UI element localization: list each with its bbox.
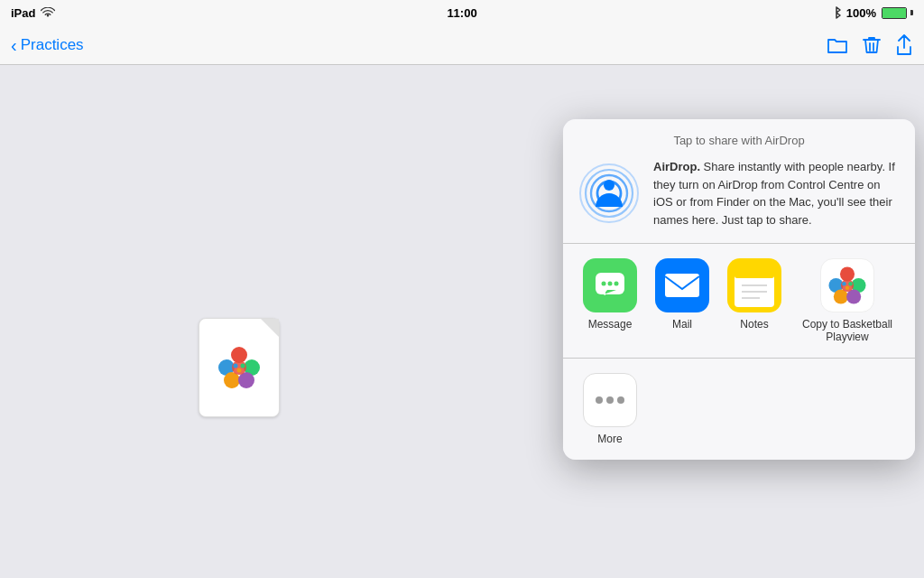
dot3 — [617, 396, 624, 404]
notes-label: Notes — [740, 318, 768, 331]
airdrop-section: Tap to share with AirDrop — [563, 119, 915, 244]
basketball-app-icon-share — [820, 258, 874, 312]
airdrop-icon-container — [578, 162, 641, 225]
app-basketball[interactable]: Copy to Basketball Playview — [790, 258, 904, 343]
dot2 — [606, 396, 614, 404]
nav-actions — [827, 34, 913, 56]
back-button[interactable]: ‹ Practices — [11, 36, 84, 54]
wifi-icon — [41, 7, 55, 18]
message-app-icon — [583, 258, 637, 312]
airdrop-description: AirDrop. Share instantly with people nea… — [653, 158, 901, 228]
folder-icon — [827, 36, 848, 54]
status-time: 11:00 — [447, 6, 476, 20]
status-right: 100% — [832, 6, 913, 20]
svg-point-16 — [602, 282, 606, 286]
app-message[interactable]: Message — [574, 258, 646, 331]
main-content: Tap to share with AirDrop — [0, 65, 924, 578]
nav-bar: ‹ Practices — [0, 25, 924, 65]
dot1 — [596, 396, 603, 404]
svg-point-17 — [608, 282, 613, 286]
more-label: More — [597, 433, 622, 445]
file-icon — [199, 318, 280, 417]
airdrop-icon — [578, 162, 641, 225]
basketball-label: Copy to Basketball Playview — [790, 318, 904, 343]
message-label: Message — [588, 318, 633, 331]
bluetooth-icon — [832, 6, 841, 19]
trash-icon — [863, 35, 881, 55]
svg-point-32 — [841, 279, 854, 292]
basketball-icon-small — [825, 263, 870, 308]
svg-point-6 — [232, 360, 246, 375]
svg-point-33 — [842, 282, 845, 285]
battery-indicator — [882, 7, 913, 19]
svg-point-34 — [848, 282, 852, 285]
svg-point-35 — [845, 285, 849, 289]
message-icon — [593, 268, 627, 303]
device-label: iPad — [11, 6, 35, 20]
trash-button[interactable] — [863, 35, 881, 55]
status-left: iPad — [11, 6, 55, 20]
back-label: Practices — [21, 36, 84, 54]
svg-point-9 — [237, 368, 242, 373]
svg-point-7 — [234, 364, 238, 368]
airdrop-content: AirDrop. Share instantly with people nea… — [578, 158, 901, 228]
app-notes[interactable]: Notes — [718, 258, 790, 331]
mail-app-icon — [655, 258, 709, 312]
status-bar: iPad 11:00 100% — [0, 0, 924, 25]
battery-percent: 100% — [846, 6, 876, 20]
more-button[interactable]: More — [583, 373, 637, 445]
notes-icon — [727, 258, 781, 312]
airdrop-header: Tap to share with AirDrop — [578, 134, 901, 147]
notes-app-icon — [727, 258, 781, 312]
share-button[interactable] — [895, 34, 913, 56]
airdrop-bold: AirDrop. — [653, 160, 700, 173]
mail-icon — [663, 272, 701, 299]
svg-rect-20 — [665, 274, 699, 297]
more-section: More — [563, 359, 915, 460]
svg-point-14 — [604, 180, 614, 191]
mail-label: Mail — [672, 318, 692, 331]
file-corner — [261, 319, 279, 337]
back-chevron-icon: ‹ — [11, 36, 17, 54]
share-sheet: Tap to share with AirDrop — [563, 119, 915, 460]
svg-rect-21 — [735, 275, 774, 307]
apps-row: Message Mail — [563, 244, 915, 359]
basketball-app-icon — [214, 342, 264, 393]
svg-point-8 — [241, 364, 245, 368]
svg-point-18 — [614, 282, 619, 286]
app-mail[interactable]: Mail — [646, 258, 718, 331]
file-item[interactable] — [199, 318, 280, 417]
folder-button[interactable] — [827, 36, 848, 54]
more-icon — [583, 373, 637, 427]
svg-rect-22 — [735, 267, 774, 278]
share-icon — [895, 34, 913, 56]
